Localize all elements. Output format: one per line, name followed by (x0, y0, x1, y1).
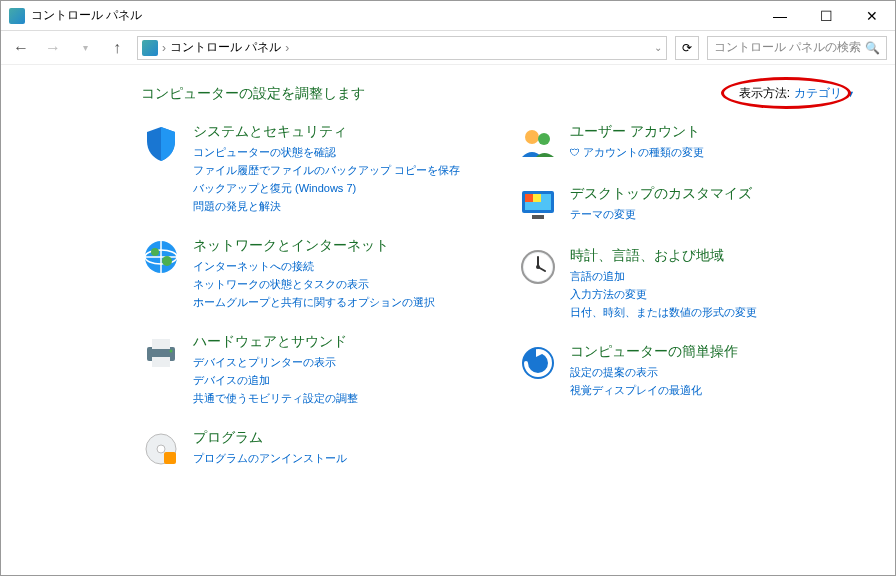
breadcrumb-bar[interactable]: › コントロール パネル › ⌄ (137, 36, 667, 60)
address-bar: ← → ▾ ↑ › コントロール パネル › ⌄ ⟳ コントロール パネルの検索… (1, 31, 895, 65)
category-title[interactable]: ユーザー アカウント (570, 123, 855, 141)
view-by-label: 表示方法: (739, 85, 790, 102)
category-link[interactable]: 設定の提案の表示 (570, 363, 855, 381)
category-item: システムとセキュリティコンピューターの状態を確認ファイル履歴でファイルのバックア… (141, 123, 478, 215)
breadcrumb-icon (142, 40, 158, 56)
svg-rect-15 (532, 215, 544, 219)
category-link[interactable]: 共通で使うモビリティ設定の調整 (193, 389, 478, 407)
breadcrumb-text[interactable]: コントロール パネル (170, 39, 281, 56)
svg-rect-10 (164, 452, 176, 464)
chevron-icon: › (162, 41, 166, 55)
chevron-icon: › (285, 41, 289, 55)
view-by-control: 表示方法: カテゴリ ▼ (739, 85, 855, 102)
shield-icon: 🛡 (570, 147, 583, 158)
category-column-right: ユーザー アカウント🛡 アカウントの種類の変更デスクトップのカスタマイズテーマの… (518, 123, 855, 491)
category-title[interactable]: デスクトップのカスタマイズ (570, 185, 855, 203)
category-item: 時計、言語、および地域言語の追加入力方法の変更日付、時刻、または数値の形式の変更 (518, 247, 855, 321)
category-icon (141, 429, 181, 469)
page-title: コンピューターの設定を調整します (141, 85, 365, 103)
category-link[interactable]: ファイル履歴でファイルのバックアップ コピーを保存 (193, 161, 478, 179)
svg-point-12 (538, 133, 550, 145)
up-button[interactable]: ↑ (105, 36, 129, 60)
category-link[interactable]: 入力方法の変更 (570, 285, 855, 303)
category-link[interactable]: プログラムのアンインストール (193, 449, 478, 467)
svg-rect-17 (533, 194, 541, 202)
category-link[interactable]: テーマの変更 (570, 205, 855, 223)
search-box[interactable]: コントロール パネルの検索 🔍 (707, 36, 887, 60)
category-title[interactable]: システムとセキュリティ (193, 123, 478, 141)
category-icon (518, 185, 558, 225)
category-item: ユーザー アカウント🛡 アカウントの種類の変更 (518, 123, 855, 163)
category-icon (141, 237, 181, 277)
category-link[interactable]: 日付、時刻、または数値の形式の変更 (570, 303, 855, 321)
category-item: コンピューターの簡単操作設定の提案の表示視覚ディスプレイの最適化 (518, 343, 855, 399)
window-title: コントロール パネル (31, 7, 757, 24)
svg-point-7 (170, 350, 173, 353)
chevron-down-icon[interactable]: ▼ (846, 89, 855, 99)
category-item: デスクトップのカスタマイズテーマの変更 (518, 185, 855, 225)
app-icon (9, 8, 25, 24)
category-link[interactable]: インターネットへの接続 (193, 257, 478, 275)
svg-rect-5 (152, 339, 170, 349)
category-link[interactable]: 🛡 アカウントの種類の変更 (570, 143, 855, 162)
category-column-left: システムとセキュリティコンピューターの状態を確認ファイル履歴でファイルのバックア… (141, 123, 478, 491)
category-title[interactable]: コンピューターの簡単操作 (570, 343, 855, 361)
category-item: ハードウェアとサウンドデバイスとプリンターの表示デバイスの追加共通で使うモビリテ… (141, 333, 478, 407)
content-area: コンピューターの設定を調整します 表示方法: カテゴリ ▼ システムとセキュリテ… (1, 65, 895, 511)
category-link[interactable]: 言語の追加 (570, 267, 855, 285)
search-placeholder: コントロール パネルの検索 (714, 39, 861, 56)
category-title[interactable]: ネットワークとインターネット (193, 237, 478, 255)
category-title[interactable]: プログラム (193, 429, 478, 447)
category-link[interactable]: バックアップと復元 (Windows 7) (193, 179, 478, 197)
svg-rect-6 (152, 357, 170, 367)
category-icon (518, 247, 558, 287)
back-button[interactable]: ← (9, 36, 33, 60)
category-icon (518, 123, 558, 163)
svg-point-2 (151, 248, 159, 256)
svg-rect-16 (525, 194, 533, 202)
category-icon (141, 333, 181, 373)
category-link[interactable]: デバイスの追加 (193, 371, 478, 389)
category-icon (141, 123, 181, 163)
svg-point-11 (525, 130, 539, 144)
category-title[interactable]: ハードウェアとサウンド (193, 333, 478, 351)
maximize-button[interactable]: ☐ (803, 1, 849, 31)
category-title[interactable]: 時計、言語、および地域 (570, 247, 855, 265)
category-link[interactable]: 視覚ディスプレイの最適化 (570, 381, 855, 399)
forward-button[interactable]: → (41, 36, 65, 60)
category-link[interactable]: ホームグループと共有に関するオプションの選択 (193, 293, 478, 311)
recent-dropdown[interactable]: ▾ (73, 36, 97, 60)
category-link[interactable]: ネットワークの状態とタスクの表示 (193, 275, 478, 293)
category-item: ネットワークとインターネットインターネットへの接続ネットワークの状態とタスクの表… (141, 237, 478, 311)
category-link[interactable]: デバイスとプリンターの表示 (193, 353, 478, 371)
svg-point-9 (157, 445, 165, 453)
category-item: プログラムプログラムのアンインストール (141, 429, 478, 469)
titlebar: コントロール パネル — ☐ ✕ (1, 1, 895, 31)
refresh-button[interactable]: ⟳ (675, 36, 699, 60)
category-icon (518, 343, 558, 383)
svg-point-3 (162, 256, 172, 266)
search-icon: 🔍 (865, 41, 880, 55)
category-link[interactable]: コンピューターの状態を確認 (193, 143, 478, 161)
chevron-down-icon[interactable]: ⌄ (654, 42, 662, 53)
view-by-value[interactable]: カテゴリ (794, 85, 842, 102)
category-link[interactable]: 問題の発見と解決 (193, 197, 478, 215)
window-controls: — ☐ ✕ (757, 1, 895, 31)
close-button[interactable]: ✕ (849, 1, 895, 31)
svg-point-20 (536, 265, 540, 269)
minimize-button[interactable]: — (757, 1, 803, 31)
